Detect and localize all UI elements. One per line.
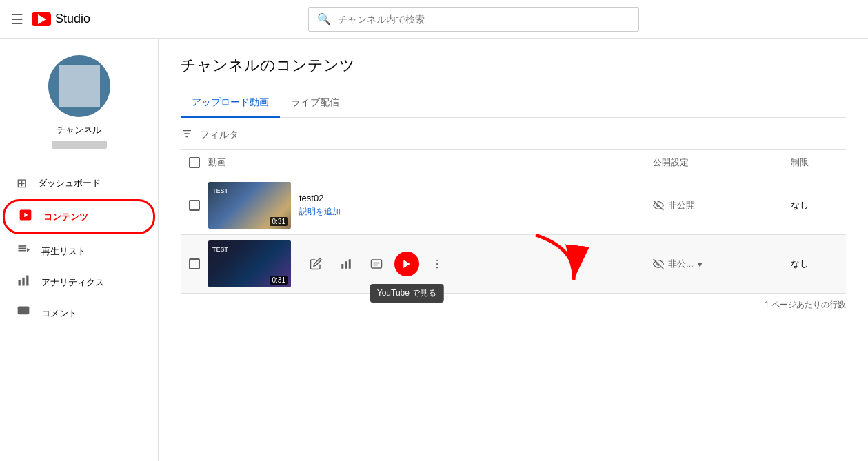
col-visibility: 公開設定 xyxy=(653,156,791,169)
svg-rect-9 xyxy=(18,307,30,315)
row1-restriction: なし xyxy=(791,199,846,212)
search-icon: 🔍 xyxy=(317,12,331,25)
footer-per-page: 1 ページあたりの行数 xyxy=(765,299,846,311)
content-label: コンテンツ xyxy=(43,211,88,223)
filter-label[interactable]: フィルタ xyxy=(200,129,239,141)
svg-marker-22 xyxy=(403,260,410,268)
row2-eye-slash-icon xyxy=(653,258,664,269)
dashboard-icon: ⊞ xyxy=(17,176,27,191)
more-button[interactable] xyxy=(425,252,450,276)
row2-video-cell: TEST 0:31 xyxy=(208,240,653,287)
svg-rect-19 xyxy=(372,260,382,268)
row1-visibility-label: 非公開 xyxy=(668,199,695,212)
avatar-square xyxy=(59,65,100,107)
table-row: TEST 0:31 test02 説明を追加 非公開 なし xyxy=(181,176,846,235)
sidebar: チャンネル ⊞ ダッシュボード コンテンツ xyxy=(0,39,159,461)
channel-profile: チャンネル xyxy=(0,44,158,163)
svg-point-24 xyxy=(436,263,438,265)
menu-icon[interactable]: ☰ xyxy=(11,11,23,28)
studio-logo-text: Studio xyxy=(55,12,90,26)
eye-slash-icon xyxy=(653,200,664,211)
svg-rect-6 xyxy=(19,280,21,286)
row1-checkbox[interactable] xyxy=(189,200,200,211)
svg-point-23 xyxy=(436,260,438,261)
footer-row: 1 ページあたりの行数 xyxy=(181,294,846,316)
youtube-button[interactable] xyxy=(394,252,419,276)
tabs: アップロード動画 ライブ配信 xyxy=(181,90,846,118)
header-checkbox[interactable] xyxy=(189,157,200,168)
tab-live[interactable]: ライブ配信 xyxy=(280,90,350,118)
svg-point-25 xyxy=(436,267,438,268)
col-video: 動画 xyxy=(208,156,653,169)
search-input-wrap: 🔍 xyxy=(308,7,639,32)
content-item-wrap: コンテンツ xyxy=(0,199,158,234)
avatar[interactable] xyxy=(48,55,110,117)
dashboard-label: ダッシュボード xyxy=(38,177,101,189)
svg-rect-3 xyxy=(19,248,27,249)
svg-rect-11 xyxy=(19,311,25,312)
visibility-dropdown-arrow[interactable]: ▾ xyxy=(698,259,703,269)
sidebar-item-dashboard[interactable]: ⊞ ダッシュボード xyxy=(3,169,155,198)
row1-duration: 0:31 xyxy=(270,217,288,226)
svg-rect-10 xyxy=(19,309,28,310)
row2-checkbox[interactable] xyxy=(189,258,200,269)
svg-rect-2 xyxy=(19,245,27,247)
row1-thumbnail: TEST 0:31 xyxy=(208,182,291,229)
svg-marker-5 xyxy=(27,248,30,252)
sidebar-nav: ⊞ ダッシュボード コンテンツ 再生リスト xyxy=(0,163,158,334)
page-title: チャンネルのコンテンツ xyxy=(181,55,846,76)
youtube-button-wrap: YouTube で見る xyxy=(394,252,419,276)
sidebar-item-analytics[interactable]: アナリティクス xyxy=(3,267,155,298)
channel-name-label: チャンネル xyxy=(57,124,101,136)
play-triangle-icon xyxy=(38,14,46,24)
row2-restriction: なし xyxy=(791,258,846,270)
row1-title: test02 xyxy=(299,193,341,203)
col-restriction: 制限 xyxy=(791,156,846,169)
svg-rect-7 xyxy=(22,278,24,286)
row2-test-label: TEST xyxy=(212,246,228,253)
row2-visibility: 非公... ▾ xyxy=(653,258,791,270)
row1-desc[interactable]: 説明を追加 xyxy=(299,206,341,218)
header-left: ☰ Studio xyxy=(11,11,90,28)
row1-checkbox-cell xyxy=(181,200,208,211)
analytics-label: アナリティクス xyxy=(41,276,104,289)
search-bar: 🔍 xyxy=(90,7,857,32)
sidebar-item-content[interactable]: コンテンツ xyxy=(3,199,155,234)
row1-test-label: TEST xyxy=(212,187,228,194)
svg-rect-4 xyxy=(19,250,27,252)
youtube-logo-icon xyxy=(32,12,51,26)
comments-icon xyxy=(17,305,30,322)
filter-icon xyxy=(181,127,193,142)
row2-checkbox-cell xyxy=(181,258,208,269)
sidebar-item-comments[interactable]: コメント xyxy=(3,298,155,329)
row1-video-cell: TEST 0:31 test02 説明を追加 xyxy=(208,182,653,229)
sidebar-item-playlist[interactable]: 再生リスト xyxy=(3,236,155,267)
main-content: チャンネルのコンテンツ アップロード動画 ライブ配信 フィルタ 動画 公開設定 … xyxy=(159,39,868,461)
search-input[interactable] xyxy=(338,14,630,25)
playlist-icon xyxy=(17,243,30,260)
subtitles-button[interactable] xyxy=(364,252,389,276)
channel-name-sub xyxy=(52,141,107,149)
header-checkbox-cell xyxy=(181,157,208,168)
svg-rect-17 xyxy=(345,261,347,269)
filter-row: フィルタ xyxy=(181,118,846,150)
playlist-label: 再生リスト xyxy=(41,245,86,258)
analytics-icon xyxy=(17,274,30,291)
action-icons: YouTube で見る xyxy=(298,247,455,280)
row1-video-info: test02 説明を追加 xyxy=(299,193,341,218)
analytics-button[interactable] xyxy=(334,252,359,276)
row2-visibility-label: 非公... xyxy=(668,258,694,270)
header: ☰ Studio 🔍 xyxy=(0,0,868,39)
body: チャンネル ⊞ ダッシュボード コンテンツ xyxy=(0,39,868,461)
row2-duration: 0:31 xyxy=(270,276,288,285)
row1-visibility: 非公開 xyxy=(653,199,791,212)
logo-area: Studio xyxy=(32,12,90,26)
svg-rect-16 xyxy=(341,264,343,269)
comments-label: コメント xyxy=(41,307,77,320)
content-icon xyxy=(19,208,32,225)
svg-rect-8 xyxy=(26,276,28,286)
row2-thumbnail: TEST 0:31 xyxy=(208,240,291,287)
tab-upload[interactable]: アップロード動画 xyxy=(181,90,280,118)
edit-button[interactable] xyxy=(303,252,328,276)
svg-rect-18 xyxy=(349,259,351,269)
